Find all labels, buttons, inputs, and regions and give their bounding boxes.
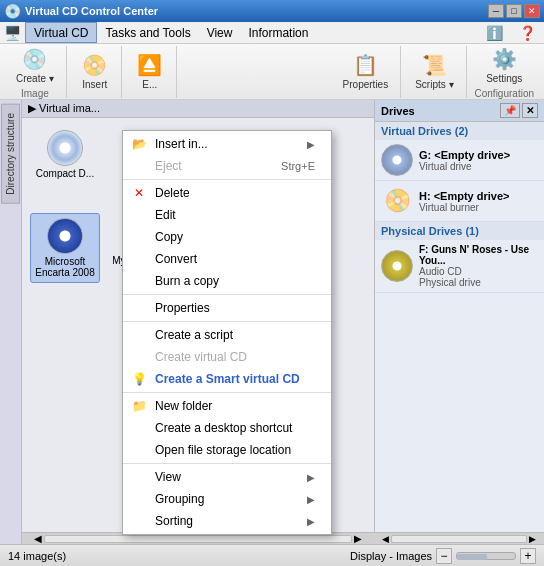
ctx-view-label: View: [155, 470, 299, 484]
drive-g-name: G: <Empty drive>: [419, 149, 510, 161]
content-header-label: ▶ Virtual ima...: [28, 102, 100, 115]
ctx-storage-label: Open file storage location: [155, 443, 315, 457]
drive-f[interactable]: F: Guns N' Roses - Use You... Audio CD P…: [375, 240, 544, 293]
toolbar-group-scripts: 📜 Scripts ▾: [403, 46, 466, 98]
menu-view[interactable]: View: [199, 22, 241, 43]
scrollbar-track[interactable]: [44, 535, 352, 543]
minimize-button[interactable]: ─: [488, 4, 504, 18]
config-section-label: Configuration: [475, 88, 534, 99]
drives-pin-btn[interactable]: 📌: [500, 103, 520, 118]
menu-help-info[interactable]: ℹ️: [478, 22, 511, 43]
scripts-icon: 📜: [422, 53, 447, 77]
insert-label: Insert: [82, 79, 107, 90]
status-images-count: 14 image(s): [8, 550, 66, 562]
virtual-drives-section: Virtual Drives (2): [375, 122, 544, 140]
insert-button[interactable]: 📀 Insert: [75, 51, 115, 92]
create-button[interactable]: 💿 Create ▾: [10, 45, 60, 86]
toolbar-icon: 🖥️: [0, 22, 25, 43]
ctx-copy-icon: [131, 229, 147, 245]
ctx-shortcut-icon: [131, 420, 147, 436]
ctx-create-smart-label: Create a Smart virtual CD: [155, 372, 315, 386]
ctx-edit-label: Edit: [155, 208, 315, 222]
menu-tasks-tools[interactable]: Tasks and Tools: [97, 22, 198, 43]
drive-g-info: G: <Empty drive> Virtual drive: [419, 149, 510, 172]
ctx-burn[interactable]: Burn a copy: [123, 270, 331, 292]
zoom-in-btn[interactable]: +: [520, 548, 536, 564]
title-bar: 💿 Virtual CD Control Center ─ □ ✕: [0, 0, 544, 22]
ctx-edit[interactable]: Edit: [123, 204, 331, 226]
ctx-storage-icon: [131, 442, 147, 458]
ctx-delete[interactable]: ✕ Delete: [123, 182, 331, 204]
right-scrollbar[interactable]: ◀ ▶: [374, 532, 544, 544]
title-bar-buttons: ─ □ ✕: [488, 4, 540, 18]
cd-encarta-icon: [47, 218, 83, 254]
eject-label: E...: [142, 79, 157, 90]
drive-h[interactable]: 📀 H: <Empty drive> Virtual burner: [375, 181, 544, 222]
ctx-convert-icon: [131, 251, 147, 267]
eject-icon: ⏏️: [137, 53, 162, 77]
ctx-delete-icon: ✕: [131, 185, 147, 201]
ctx-create-script[interactable]: Create a script: [123, 324, 331, 346]
close-button[interactable]: ✕: [524, 4, 540, 18]
menu-virtual-cd[interactable]: Virtual CD: [25, 22, 97, 43]
drive-h-name: H: <Empty drive>: [419, 190, 509, 202]
drive-g-icon: [381, 144, 413, 176]
toolbar-group-properties: 📋 Properties: [331, 46, 402, 98]
drives-title: Drives: [381, 105, 415, 117]
properties-button[interactable]: 📋 Properties: [337, 51, 395, 92]
ctx-open-storage[interactable]: Open file storage location: [123, 439, 331, 461]
eject-button[interactable]: ⏏️ E...: [130, 51, 170, 92]
app-icon: 💿: [4, 3, 21, 19]
ctx-sorting[interactable]: Sorting ▶: [123, 510, 331, 532]
ctx-new-folder[interactable]: 📁 New folder: [123, 395, 331, 417]
ctx-insert-in[interactable]: 📂 Insert in... ▶: [123, 133, 331, 155]
ctx-properties[interactable]: Properties: [123, 297, 331, 319]
list-item[interactable]: Compact D...: [30, 126, 100, 205]
ctx-grouping[interactable]: Grouping ▶: [123, 488, 331, 510]
ctx-create-smart-icon: 💡: [131, 371, 147, 387]
toolbar-group-create: 💿 Create ▾ Image: [4, 46, 67, 98]
status-right: Display - Images − +: [350, 548, 536, 564]
ctx-view[interactable]: View ▶: [123, 466, 331, 488]
scroll-right2-btn[interactable]: ▶: [529, 534, 536, 544]
directory-structure-tab[interactable]: Directory structure: [1, 104, 20, 204]
settings-icon: ⚙️: [492, 47, 517, 71]
drive-g[interactable]: G: <Empty drive> Virtual drive: [375, 140, 544, 181]
menu-information[interactable]: Information: [240, 22, 316, 43]
ctx-view-icon: [131, 469, 147, 485]
ctx-convert-label: Convert: [155, 252, 315, 266]
ctx-sep3: [123, 321, 331, 322]
menu-help[interactable]: ❓: [511, 22, 544, 43]
toolbar-group-insert: 📀 Insert: [69, 46, 122, 98]
ctx-sorting-icon: [131, 513, 147, 529]
title-bar-left: 💿 Virtual CD Control Center: [4, 3, 158, 19]
scripts-button[interactable]: 📜 Scripts ▾: [409, 51, 459, 92]
ctx-convert[interactable]: Convert: [123, 248, 331, 270]
ctx-eject-label: Eject: [155, 159, 273, 173]
context-menu: 📂 Insert in... ▶ Eject Strg+E ✕ Delete E…: [122, 130, 332, 535]
ctx-copy[interactable]: Copy: [123, 226, 331, 248]
ctx-create-shortcut[interactable]: Create a desktop shortcut: [123, 417, 331, 439]
ctx-sep1: [123, 179, 331, 180]
drive-g-type: Virtual drive: [419, 161, 510, 172]
zoom-slider[interactable]: [456, 552, 516, 560]
drive-f-type2: Physical drive: [419, 277, 538, 288]
scroll-track2[interactable]: [391, 535, 527, 543]
ctx-create-vcd: Create virtual CD: [123, 346, 331, 368]
settings-button[interactable]: ⚙️ Settings: [480, 45, 528, 86]
list-item[interactable]: Microsoft Encarta 2008: [30, 213, 100, 283]
properties-icon: 📋: [353, 53, 378, 77]
ctx-create-smart-vcd[interactable]: 💡 Create a Smart virtual CD: [123, 368, 331, 390]
toolbar: 💿 Create ▾ Image 📀 Insert ⏏️ E... 📋 Prop…: [0, 44, 544, 100]
scroll-left-btn[interactable]: ◀: [34, 533, 42, 544]
scroll-right-btn[interactable]: ▶: [354, 533, 362, 544]
ctx-copy-label: Copy: [155, 230, 315, 244]
maximize-button[interactable]: □: [506, 4, 522, 18]
drive-h-icon: 📀: [381, 185, 413, 217]
scroll-left2-btn[interactable]: ◀: [382, 534, 389, 544]
settings-label: Settings: [486, 73, 522, 84]
scripts-label: Scripts ▾: [415, 79, 453, 90]
zoom-out-btn[interactable]: −: [436, 548, 452, 564]
ctx-create-vcd-label: Create virtual CD: [155, 350, 315, 364]
drives-close-btn[interactable]: ✕: [522, 103, 538, 118]
